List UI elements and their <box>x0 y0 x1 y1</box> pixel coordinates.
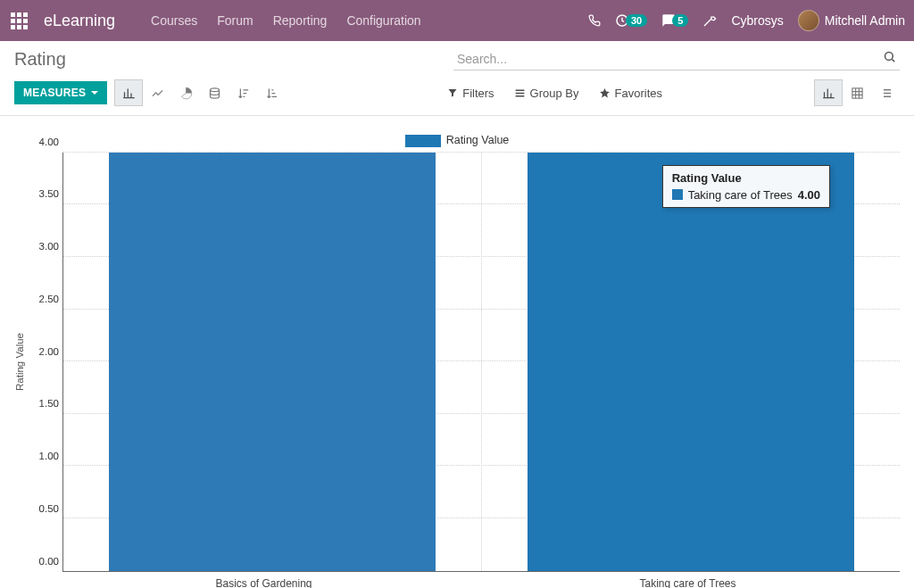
favorites-label: Favorites <box>615 87 662 100</box>
chart-area: Rating Value Rating Value 0.00 0.50 1.00… <box>0 116 914 588</box>
favorites-dropdown[interactable]: Favorites <box>599 87 662 100</box>
messages-button[interactable]: 5 <box>661 13 688 28</box>
apps-icon[interactable] <box>11 12 28 29</box>
bar-slot <box>63 153 481 571</box>
y-axis: 0.00 0.50 1.00 1.50 2.00 2.50 3.00 3.50 … <box>29 153 62 572</box>
y-tick: 3.50 <box>39 188 59 199</box>
avatar <box>798 10 819 31</box>
chart-legend[interactable]: Rating Value <box>14 134 900 147</box>
star-icon <box>599 87 611 99</box>
y-tick: 2.50 <box>39 294 59 304</box>
pivot-view-button[interactable] <box>843 79 871 106</box>
caret-icon <box>91 91 98 95</box>
line-chart-button[interactable] <box>143 79 171 106</box>
x-tick: Basics of Gardening <box>52 572 476 588</box>
search-box <box>453 48 900 70</box>
sort-asc-button[interactable] <box>257 79 286 106</box>
filters-label: Filters <box>462 87 494 100</box>
phone-icon[interactable] <box>588 14 601 27</box>
search-icon[interactable] <box>883 50 896 63</box>
bar-slot <box>481 153 900 571</box>
chart-plot: Rating Value 0.00 0.50 1.00 1.50 2.00 2.… <box>14 153 900 572</box>
y-tick: 0.50 <box>39 503 59 514</box>
groupby-icon <box>514 87 526 99</box>
messages-badge: 5 <box>672 14 688 27</box>
search-input[interactable] <box>453 48 900 70</box>
svg-rect-3 <box>852 87 861 97</box>
plot-box: Rating Value Taking care of Trees 4.00 <box>62 153 900 572</box>
bars-container <box>63 153 900 571</box>
chart-type-group <box>114 79 286 106</box>
stacked-button[interactable] <box>200 79 228 106</box>
nav-menu: Courses Forum Reporting Configuration <box>151 13 421 28</box>
list-view-button[interactable] <box>871 79 900 106</box>
activities-badge: 30 <box>626 14 647 27</box>
nav-right: 30 5 Cybrosys Mitchell Admin <box>588 10 905 31</box>
bar-taking-care-of-trees[interactable] <box>528 153 853 571</box>
control-panel: Rating MEASURES <box>0 41 914 116</box>
y-tick: 3.00 <box>39 241 59 252</box>
tools-icon[interactable] <box>702 13 717 28</box>
graph-view-button[interactable] <box>814 79 843 106</box>
page-title: Rating <box>14 49 66 70</box>
nav-item-reporting[interactable]: Reporting <box>273 13 328 28</box>
filter-icon <box>447 87 458 98</box>
measures-label: MEASURES <box>23 87 86 99</box>
app-brand[interactable]: eLearning <box>44 12 115 30</box>
groupby-dropdown[interactable]: Group By <box>514 87 579 100</box>
sort-desc-button[interactable] <box>228 79 257 106</box>
filters-dropdown[interactable]: Filters <box>447 87 494 100</box>
nav-item-courses[interactable]: Courses <box>151 13 197 28</box>
x-axis: Basics of Gardening Taking care of Trees <box>52 572 900 588</box>
y-tick: 1.00 <box>39 451 59 461</box>
search-filters-group: Filters Group By Favorites <box>447 87 662 100</box>
company-switcher[interactable]: Cybrosys <box>731 13 783 28</box>
svg-point-2 <box>210 87 219 91</box>
y-tick: 2.00 <box>39 346 59 357</box>
user-name: Mitchell Admin <box>825 13 905 28</box>
user-menu[interactable]: Mitchell Admin <box>798 10 905 31</box>
nav-item-configuration[interactable]: Configuration <box>346 13 420 28</box>
measures-button[interactable]: MEASURES <box>14 81 107 104</box>
bar-chart-button[interactable] <box>114 79 143 106</box>
navbar: eLearning Courses Forum Reporting Config… <box>0 0 914 41</box>
bar-basics-of-gardening[interactable] <box>109 153 435 571</box>
nav-item-forum[interactable]: Forum <box>217 13 253 28</box>
y-tick: 4.00 <box>39 137 59 147</box>
view-switcher <box>814 79 900 106</box>
activities-button[interactable]: 30 <box>615 13 647 28</box>
svg-point-1 <box>885 53 893 61</box>
y-tick: 0.00 <box>39 556 59 567</box>
y-axis-label: Rating Value <box>14 333 25 391</box>
y-tick: 1.50 <box>39 398 59 409</box>
legend-swatch <box>405 135 441 147</box>
x-tick: Taking care of Trees <box>476 572 900 588</box>
pie-chart-button[interactable] <box>171 79 200 106</box>
legend-label: Rating Value <box>446 134 510 146</box>
groupby-label: Group By <box>530 87 579 100</box>
